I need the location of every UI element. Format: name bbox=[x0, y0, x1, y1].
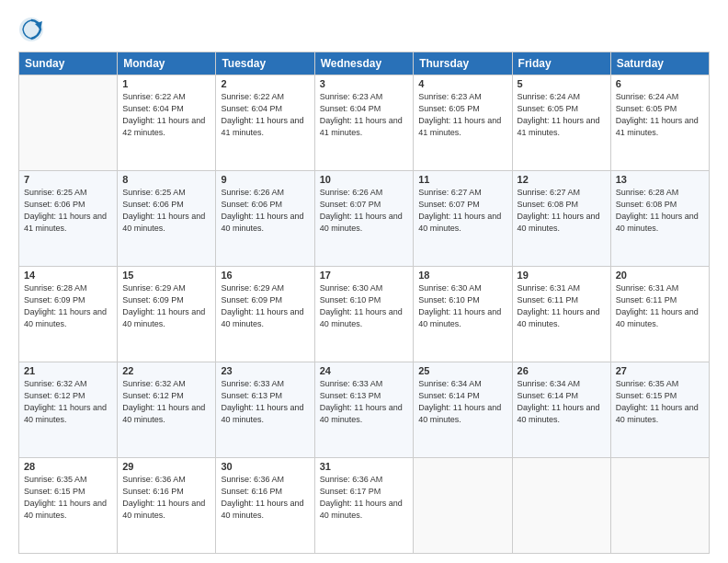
day-number: 23 bbox=[221, 365, 309, 376]
day-number: 31 bbox=[320, 461, 409, 472]
day-cell: 4 Sunrise: 6:23 AMSunset: 6:05 PMDayligh… bbox=[414, 75, 512, 171]
day-number: 1 bbox=[122, 78, 210, 89]
day-info: Sunrise: 6:26 AMSunset: 6:06 PMDaylight:… bbox=[221, 188, 303, 233]
calendar-table: SundayMondayTuesdayWednesdayThursdayFrid… bbox=[18, 52, 710, 554]
day-cell: 19 Sunrise: 6:31 AMSunset: 6:11 PMDaylig… bbox=[512, 267, 610, 362]
day-info: Sunrise: 6:27 AMSunset: 6:08 PMDaylight:… bbox=[518, 188, 600, 233]
day-cell: 10 Sunrise: 6:26 AMSunset: 6:07 PMDaylig… bbox=[314, 171, 414, 267]
day-cell bbox=[414, 458, 512, 554]
day-number: 26 bbox=[518, 365, 606, 376]
day-cell bbox=[610, 458, 709, 554]
day-number: 12 bbox=[518, 174, 606, 185]
day-info: Sunrise: 6:25 AMSunset: 6:06 PMDaylight:… bbox=[24, 188, 107, 233]
day-cell: 27 Sunrise: 6:35 AMSunset: 6:15 PMDaylig… bbox=[610, 362, 709, 458]
day-info: Sunrise: 6:29 AMSunset: 6:09 PMDaylight:… bbox=[122, 283, 205, 328]
day-info: Sunrise: 6:31 AMSunset: 6:11 PMDaylight:… bbox=[616, 283, 699, 328]
day-number: 9 bbox=[221, 174, 309, 185]
day-cell: 17 Sunrise: 6:30 AMSunset: 6:10 PMDaylig… bbox=[314, 267, 414, 362]
day-info: Sunrise: 6:23 AMSunset: 6:05 PMDaylight:… bbox=[418, 92, 501, 137]
day-number: 10 bbox=[320, 174, 409, 185]
day-number: 11 bbox=[418, 174, 506, 185]
day-cell: 3 Sunrise: 6:23 AMSunset: 6:04 PMDayligh… bbox=[314, 75, 414, 171]
day-cell: 14 Sunrise: 6:28 AMSunset: 6:09 PMDaylig… bbox=[19, 267, 118, 362]
day-number: 15 bbox=[122, 270, 210, 281]
day-info: Sunrise: 6:23 AMSunset: 6:04 PMDaylight:… bbox=[320, 92, 403, 137]
day-number: 8 bbox=[122, 174, 210, 185]
day-info: Sunrise: 6:24 AMSunset: 6:05 PMDaylight:… bbox=[616, 92, 699, 137]
day-info: Sunrise: 6:35 AMSunset: 6:15 PMDaylight:… bbox=[24, 475, 107, 520]
day-number: 30 bbox=[221, 461, 309, 472]
day-cell: 6 Sunrise: 6:24 AMSunset: 6:05 PMDayligh… bbox=[610, 75, 709, 171]
day-number: 14 bbox=[24, 270, 112, 281]
day-cell: 30 Sunrise: 6:36 AMSunset: 6:16 PMDaylig… bbox=[216, 458, 314, 554]
day-number: 16 bbox=[221, 270, 309, 281]
day-info: Sunrise: 6:22 AMSunset: 6:04 PMDaylight:… bbox=[221, 92, 303, 137]
day-cell: 12 Sunrise: 6:27 AMSunset: 6:08 PMDaylig… bbox=[512, 171, 610, 267]
day-info: Sunrise: 6:34 AMSunset: 6:14 PMDaylight:… bbox=[418, 379, 501, 424]
day-cell: 8 Sunrise: 6:25 AMSunset: 6:06 PMDayligh… bbox=[118, 171, 216, 267]
day-info: Sunrise: 6:36 AMSunset: 6:16 PMDaylight:… bbox=[221, 475, 303, 520]
day-info: Sunrise: 6:25 AMSunset: 6:06 PMDaylight:… bbox=[122, 188, 205, 233]
day-info: Sunrise: 6:30 AMSunset: 6:10 PMDaylight:… bbox=[320, 283, 403, 328]
day-number: 27 bbox=[616, 365, 704, 376]
day-cell bbox=[512, 458, 610, 554]
weekday-header-friday: Friday bbox=[512, 52, 610, 75]
day-cell: 11 Sunrise: 6:27 AMSunset: 6:07 PMDaylig… bbox=[414, 171, 512, 267]
weekday-header-saturday: Saturday bbox=[610, 52, 709, 75]
day-info: Sunrise: 6:36 AMSunset: 6:16 PMDaylight:… bbox=[122, 475, 205, 520]
day-cell: 9 Sunrise: 6:26 AMSunset: 6:06 PMDayligh… bbox=[216, 171, 314, 267]
day-cell: 18 Sunrise: 6:30 AMSunset: 6:10 PMDaylig… bbox=[414, 267, 512, 362]
day-cell: 26 Sunrise: 6:34 AMSunset: 6:14 PMDaylig… bbox=[512, 362, 610, 458]
day-cell: 15 Sunrise: 6:29 AMSunset: 6:09 PMDaylig… bbox=[118, 267, 216, 362]
day-cell: 1 Sunrise: 6:22 AMSunset: 6:04 PMDayligh… bbox=[118, 75, 216, 171]
day-cell: 31 Sunrise: 6:36 AMSunset: 6:17 PMDaylig… bbox=[314, 458, 414, 554]
day-number: 5 bbox=[518, 78, 606, 89]
day-cell: 21 Sunrise: 6:32 AMSunset: 6:12 PMDaylig… bbox=[19, 362, 118, 458]
day-cell bbox=[19, 75, 118, 171]
week-row-5: 28 Sunrise: 6:35 AMSunset: 6:15 PMDaylig… bbox=[19, 458, 710, 554]
day-cell: 28 Sunrise: 6:35 AMSunset: 6:15 PMDaylig… bbox=[19, 458, 118, 554]
day-info: Sunrise: 6:34 AMSunset: 6:14 PMDaylight:… bbox=[518, 379, 600, 424]
day-info: Sunrise: 6:27 AMSunset: 6:07 PMDaylight:… bbox=[418, 188, 501, 233]
day-number: 29 bbox=[122, 461, 210, 472]
header bbox=[18, 17, 710, 42]
weekday-header-sunday: Sunday bbox=[19, 52, 118, 75]
day-info: Sunrise: 6:30 AMSunset: 6:10 PMDaylight:… bbox=[418, 283, 501, 328]
week-row-2: 7 Sunrise: 6:25 AMSunset: 6:06 PMDayligh… bbox=[19, 171, 710, 267]
weekday-header-thursday: Thursday bbox=[414, 52, 512, 75]
day-info: Sunrise: 6:32 AMSunset: 6:12 PMDaylight:… bbox=[24, 379, 107, 424]
day-number: 19 bbox=[518, 270, 606, 281]
weekday-header-row: SundayMondayTuesdayWednesdayThursdayFrid… bbox=[19, 52, 710, 75]
weekday-header-tuesday: Tuesday bbox=[216, 52, 314, 75]
day-number: 13 bbox=[616, 174, 704, 185]
day-info: Sunrise: 6:24 AMSunset: 6:05 PMDaylight:… bbox=[518, 92, 600, 137]
day-number: 22 bbox=[122, 365, 210, 376]
day-number: 3 bbox=[320, 78, 409, 89]
logo bbox=[18, 17, 48, 42]
day-number: 18 bbox=[418, 270, 506, 281]
day-number: 7 bbox=[24, 174, 112, 185]
day-number: 24 bbox=[320, 365, 409, 376]
day-info: Sunrise: 6:33 AMSunset: 6:13 PMDaylight:… bbox=[221, 379, 303, 424]
day-number: 17 bbox=[320, 270, 409, 281]
day-info: Sunrise: 6:22 AMSunset: 6:04 PMDaylight:… bbox=[122, 92, 205, 137]
week-row-4: 21 Sunrise: 6:32 AMSunset: 6:12 PMDaylig… bbox=[19, 362, 710, 458]
weekday-header-monday: Monday bbox=[118, 52, 216, 75]
day-number: 2 bbox=[221, 78, 309, 89]
weekday-header-wednesday: Wednesday bbox=[314, 52, 414, 75]
day-info: Sunrise: 6:26 AMSunset: 6:07 PMDaylight:… bbox=[320, 188, 403, 233]
day-cell: 23 Sunrise: 6:33 AMSunset: 6:13 PMDaylig… bbox=[216, 362, 314, 458]
day-number: 6 bbox=[616, 78, 704, 89]
day-number: 4 bbox=[418, 78, 506, 89]
day-info: Sunrise: 6:28 AMSunset: 6:09 PMDaylight:… bbox=[24, 283, 107, 328]
week-row-3: 14 Sunrise: 6:28 AMSunset: 6:09 PMDaylig… bbox=[19, 267, 710, 362]
day-info: Sunrise: 6:32 AMSunset: 6:12 PMDaylight:… bbox=[122, 379, 205, 424]
day-info: Sunrise: 6:36 AMSunset: 6:17 PMDaylight:… bbox=[320, 475, 403, 520]
day-cell: 24 Sunrise: 6:33 AMSunset: 6:13 PMDaylig… bbox=[314, 362, 414, 458]
day-number: 25 bbox=[418, 365, 506, 376]
day-info: Sunrise: 6:35 AMSunset: 6:15 PMDaylight:… bbox=[616, 379, 699, 424]
day-cell: 29 Sunrise: 6:36 AMSunset: 6:16 PMDaylig… bbox=[118, 458, 216, 554]
day-info: Sunrise: 6:33 AMSunset: 6:13 PMDaylight:… bbox=[320, 379, 403, 424]
day-number: 28 bbox=[24, 461, 112, 472]
day-number: 21 bbox=[24, 365, 112, 376]
